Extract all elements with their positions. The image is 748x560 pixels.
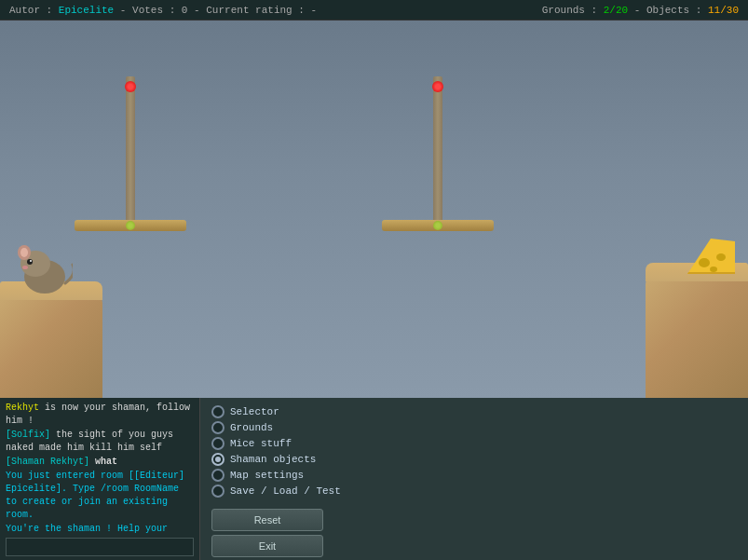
- radio-label-selector: Selector: [230, 406, 279, 417]
- chat-message-text: what: [95, 457, 117, 467]
- seesaw-pivot-right: [433, 221, 442, 230]
- radio-circle-map: [211, 469, 224, 482]
- mouse-character: [17, 241, 73, 297]
- seesaw-pole-left: [126, 76, 135, 225]
- chat-sender-name: [Shaman Rekhyt]: [6, 457, 89, 467]
- seesaw-pivot-left: [126, 221, 135, 230]
- chat-message-text: You're the shaman ! Help your disciples …: [6, 524, 168, 534]
- svg-point-3: [20, 248, 28, 257]
- rating-label: - Current rating : -: [187, 5, 317, 16]
- radio-circle-selector: [211, 405, 224, 418]
- svg-marker-8: [687, 272, 735, 274]
- top-bar: Autor : Epicelite - Votes : 0 - Current …: [0, 0, 748, 20]
- radio-label-saveload: Save / Load / Test: [230, 485, 341, 497]
- chat-sender-name: [Solfix]: [6, 430, 50, 440]
- seesaw-pole-right: [433, 76, 442, 225]
- bottom-panel: Rekhyt is now your shaman, follow him ! …: [0, 398, 748, 560]
- radio-group: Selector Grounds Mice stuff Shaman objec…: [211, 405, 737, 498]
- list-item: Rekhyt is now your shaman, follow him !: [6, 402, 194, 428]
- radio-label-map: Map settings: [230, 470, 304, 481]
- controls-panel: Selector Grounds Mice stuff Shaman objec…: [200, 398, 748, 560]
- svg-point-5: [30, 260, 32, 262]
- svg-point-4: [27, 259, 33, 265]
- svg-point-6: [22, 266, 28, 269]
- radio-circle-grounds: [211, 421, 224, 434]
- reset-button[interactable]: Reset: [211, 509, 323, 531]
- radio-circle-shaman: [211, 453, 224, 466]
- list-item: You just entered room [[Editeur] Epiceli…: [6, 470, 194, 522]
- radio-item-map[interactable]: Map settings: [211, 469, 737, 482]
- top-bar-right: Grounds : 2/20 - Objects : 11/30: [374, 5, 740, 16]
- chat-message-text: You just entered room [[Editeur] Epiceli…: [6, 471, 184, 520]
- radio-circle-mice: [211, 437, 224, 450]
- chat-input[interactable]: [6, 538, 194, 556]
- svg-point-10: [716, 253, 726, 261]
- radio-label-mice: Mice stuff: [230, 438, 292, 449]
- grounds-label: Grounds :: [542, 5, 604, 16]
- ground-right: [646, 277, 748, 398]
- radio-item-saveload[interactable]: Save / Load / Test: [211, 485, 737, 498]
- radio-item-shaman[interactable]: Shaman objects: [211, 453, 737, 466]
- seesaw-board-right: [382, 220, 494, 231]
- list-item: [Shaman Rekhyt] what: [6, 456, 194, 469]
- chat-messages: Rekhyt is now your shaman, follow him ! …: [6, 402, 194, 534]
- objects-label: - Objects :: [628, 5, 708, 16]
- radio-item-mice[interactable]: Mice stuff: [211, 437, 737, 450]
- radio-label-grounds: Grounds: [230, 422, 273, 433]
- autor-name: Epicelite: [59, 5, 114, 16]
- seesaw-board-left: [75, 220, 186, 231]
- svg-point-9: [699, 258, 710, 267]
- seesaw-left: [126, 76, 135, 225]
- seesaw-right: [433, 76, 442, 225]
- radio-circle-saveload: [211, 485, 224, 498]
- list-item: [Solfix] the sight of you guys naked mad…: [6, 429, 194, 455]
- game-area: [0, 20, 748, 398]
- svg-point-11: [710, 266, 717, 272]
- top-bar-left: Autor : Epicelite - Votes : 0 - Current …: [9, 5, 374, 16]
- radio-item-grounds[interactable]: Grounds: [211, 421, 737, 434]
- grounds-val: 2/20: [604, 5, 628, 16]
- ground-left: [0, 295, 102, 398]
- objects-val: 11/30: [708, 5, 739, 16]
- cheese: [686, 237, 737, 279]
- list-item: You're the shaman ! Help your disciples …: [6, 523, 194, 534]
- chat-area: Rekhyt is now your shaman, follow him ! …: [0, 398, 200, 560]
- votes-label: - Votes :: [114, 5, 182, 16]
- radio-item-selector[interactable]: Selector: [211, 405, 737, 418]
- radio-label-shaman: Shaman objects: [230, 454, 316, 465]
- autor-label: Autor :: [9, 5, 59, 16]
- exit-button[interactable]: Exit: [211, 535, 323, 557]
- chat-sender-name: Rekhyt: [6, 403, 39, 413]
- button-row: Reset Exit: [211, 509, 323, 557]
